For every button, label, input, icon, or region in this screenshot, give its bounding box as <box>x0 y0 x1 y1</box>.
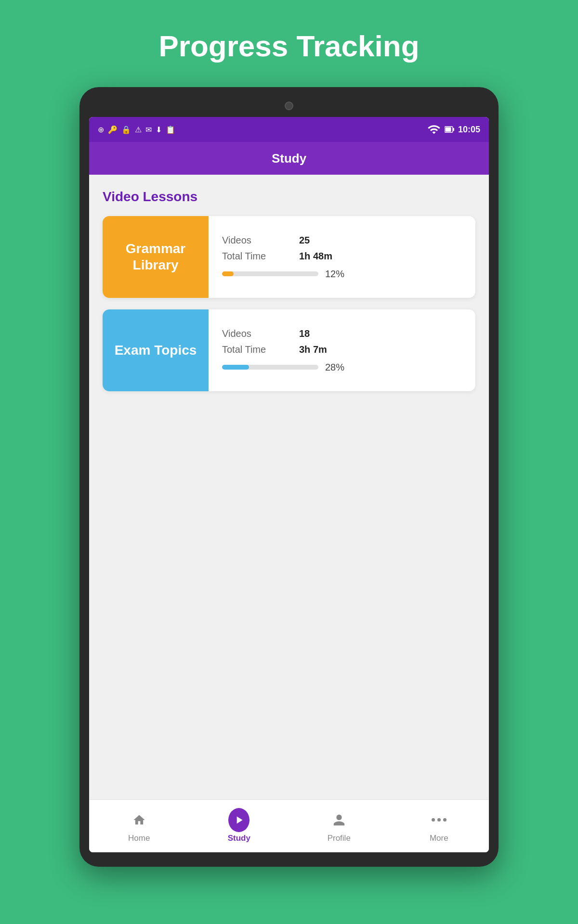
exam-videos-label: Videos <box>222 328 299 339</box>
grammar-library-info: Videos 25 Total Time 1h 48m 12% <box>209 216 475 298</box>
study-active-bg <box>228 808 250 832</box>
nav-more-label: More <box>430 834 448 843</box>
grammar-library-label: Grammar Library <box>103 233 209 281</box>
exam-topics-thumbnail: Exam Topics <box>103 309 209 391</box>
section-title: Video Lessons <box>103 189 475 205</box>
exam-progress-row: 28% <box>222 362 462 373</box>
status-time: 10:05 <box>458 125 480 135</box>
content-area: Video Lessons Grammar Library Videos 25 … <box>89 175 489 799</box>
nav-item-more[interactable]: More <box>389 809 489 843</box>
grammar-progress-bar-bg <box>222 271 318 276</box>
grammar-progress-percent: 12% <box>325 269 344 280</box>
exam-topics-card[interactable]: Exam Topics Videos 18 Total Time 3h 7m <box>103 309 475 391</box>
battery-status-icon <box>445 126 454 133</box>
home-icon <box>132 813 146 827</box>
mail-icon: ✉ <box>145 125 152 134</box>
key-icon: 🔑 <box>108 125 118 134</box>
grammar-progress-row: 12% <box>222 269 462 280</box>
nav-item-home[interactable]: Home <box>89 809 189 843</box>
more-icon-wrap <box>428 809 449 831</box>
home-icon-wrap <box>129 809 150 831</box>
hashtag-icon: ⊕ <box>98 125 104 134</box>
profile-icon <box>332 813 346 827</box>
exam-progress-fill <box>222 365 249 370</box>
status-icons-right: 10:05 <box>427 123 480 136</box>
warning-icon: ⚠ <box>135 125 142 134</box>
dot-1 <box>432 818 435 821</box>
status-icons-left: ⊕ 🔑 🔒 ⚠ ✉ ⬇ 📋 <box>98 125 175 134</box>
grammar-library-card[interactable]: Grammar Library Videos 25 Total Time 1h … <box>103 216 475 298</box>
tablet-camera <box>285 102 293 110</box>
page-title: Progress Tracking <box>158 29 419 63</box>
exam-topics-label: Exam Topics <box>107 334 205 366</box>
grammar-videos-label: Videos <box>222 235 299 246</box>
lock-icon: 🔒 <box>121 125 131 134</box>
nav-study-label: Study <box>228 834 250 843</box>
nav-home-label: Home <box>128 834 150 843</box>
dot-2 <box>437 818 441 821</box>
exam-videos-value: 18 <box>299 328 310 339</box>
grammar-videos-value: 25 <box>299 235 310 246</box>
study-icon-wrap <box>228 809 250 831</box>
svg-rect-1 <box>445 128 451 132</box>
grammar-time-value: 1h 48m <box>299 251 332 262</box>
clipboard-icon: 📋 <box>166 125 175 134</box>
exam-time-value: 3h 7m <box>299 344 327 355</box>
grammar-videos-row: Videos 25 <box>222 235 462 246</box>
grammar-library-thumbnail: Grammar Library <box>103 216 209 298</box>
grammar-time-label: Total Time <box>222 251 299 262</box>
nav-item-profile[interactable]: Profile <box>289 809 389 843</box>
play-icon <box>233 814 245 826</box>
grammar-progress-fill <box>222 271 234 276</box>
bottom-navigation: Home Study <box>89 799 489 852</box>
app-bar-title: Study <box>272 151 306 166</box>
exam-videos-row: Videos 18 <box>222 328 462 339</box>
wifi-status-icon <box>427 123 441 136</box>
dot-3 <box>443 818 447 821</box>
exam-time-row: Total Time 3h 7m <box>222 344 462 355</box>
status-bar: ⊕ 🔑 🔒 ⚠ ✉ ⬇ 📋 10:05 <box>89 117 489 142</box>
app-bar: Study <box>89 142 489 175</box>
grammar-time-row: Total Time 1h 48m <box>222 251 462 262</box>
exam-topics-info: Videos 18 Total Time 3h 7m 28% <box>209 309 475 391</box>
nav-profile-label: Profile <box>328 834 351 843</box>
profile-icon-wrap <box>328 809 350 831</box>
svg-rect-2 <box>453 128 454 131</box>
download-icon: ⬇ <box>156 125 162 134</box>
nav-item-study[interactable]: Study <box>189 809 289 843</box>
exam-progress-percent: 28% <box>325 362 344 373</box>
tablet-screen: ⊕ 🔑 🔒 ⚠ ✉ ⬇ 📋 10:05 <box>89 117 489 852</box>
exam-time-label: Total Time <box>222 344 299 355</box>
exam-progress-bar-bg <box>222 365 318 370</box>
more-dots-icon <box>432 818 447 821</box>
tablet-device: ⊕ 🔑 🔒 ⚠ ✉ ⬇ 📋 10:05 <box>79 87 499 867</box>
